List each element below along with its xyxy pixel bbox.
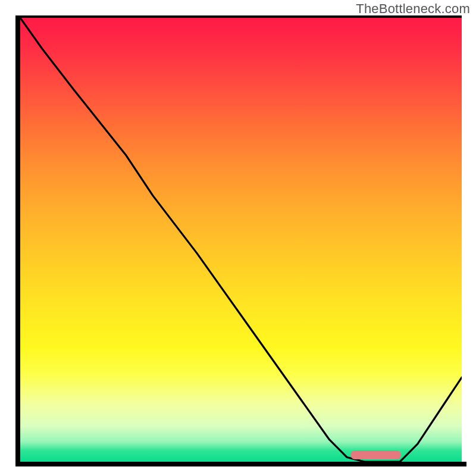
chart-container: TheBottleneck.com <box>0 0 476 476</box>
valley-marker <box>350 450 401 459</box>
y-axis <box>15 15 20 466</box>
bottleneck-curve <box>20 18 462 462</box>
plot-area <box>20 18 462 462</box>
x-axis <box>15 462 466 466</box>
watermark-text: TheBottleneck.com <box>356 1 470 17</box>
